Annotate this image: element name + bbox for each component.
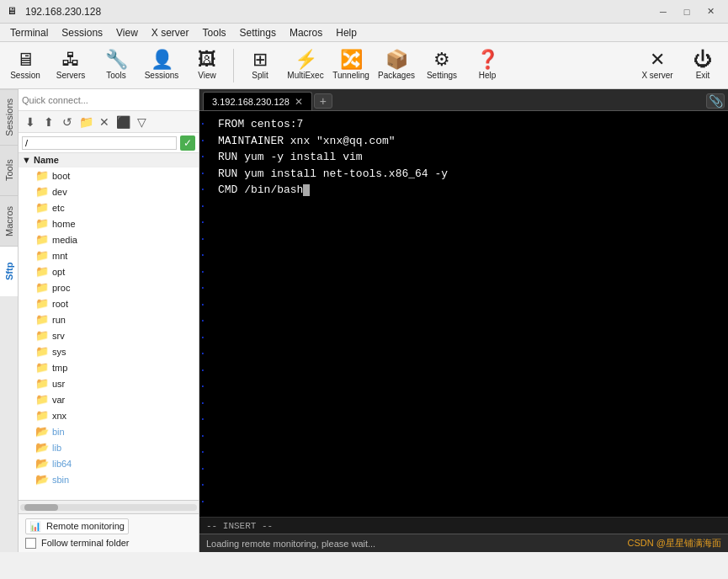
toolbar-settings-button[interactable]: ⚙ Settings (420, 45, 464, 87)
sftp-download-button[interactable]: ⬇ (22, 114, 39, 130)
sftp-delete-button[interactable]: ✕ (96, 114, 113, 130)
terminal-tab-label: 3.192.168.230.128 (212, 97, 290, 107)
session-label: Session (10, 71, 40, 80)
sftp-newfolder-button[interactable]: 📁 (77, 114, 94, 130)
tree-header: ▼ Name (19, 153, 199, 167)
tree-item[interactable]: 📂lib64 (19, 455, 199, 471)
sessions-label: Sessions (145, 71, 179, 80)
toolbar-help-button[interactable]: ❓ Help (465, 45, 509, 87)
sidebar-item-macros[interactable]: Macros (0, 195, 18, 246)
menu-xserver[interactable]: X server (145, 24, 196, 42)
xserver-icon: ✕ (650, 50, 665, 69)
main-layout: Sessions Tools Macros Sftp ⬇ ⬆ ↺ 📁 ✕ ⬛ ▽… (0, 89, 728, 552)
toolbar-multiexec-button[interactable]: ⚡ MultiExec (284, 45, 327, 87)
sftp-path-ok-button[interactable]: ✓ (180, 135, 195, 151)
tunneling-icon: 🔀 (340, 50, 363, 69)
menu-view[interactable]: View (109, 24, 145, 42)
terminal-cursor (303, 184, 310, 196)
xserver-label: X server (641, 71, 672, 80)
tree-item[interactable]: 📁opt (19, 263, 199, 279)
toolbar-exit-button[interactable]: ⏻ Exit (681, 45, 725, 87)
window-title: 192.168.230.128 (25, 6, 652, 18)
tree-item[interactable]: 📁home (19, 215, 199, 231)
terminal-line-2: MAINTAINER xnx "xnx@qq.com" (218, 133, 721, 150)
toolbar-right: ✕ X server ⏻ Exit (635, 45, 725, 87)
tree-item[interactable]: 📂bin (19, 423, 199, 439)
tree-item[interactable]: 📂sbin (19, 471, 199, 487)
tree-item[interactable]: 📁tmp (19, 359, 199, 375)
sftp-refresh-button[interactable]: ↺ (59, 114, 76, 130)
multiexec-label: MultiExec (287, 71, 323, 80)
tree-item[interactable]: 📁var (19, 391, 199, 407)
tree-item[interactable]: 📁media (19, 231, 199, 247)
toolbar-packages-button[interactable]: 📦 Packages (375, 45, 418, 87)
toolbar-tunneling-button[interactable]: 🔀 Tunneling (329, 45, 373, 87)
sidebar-item-sftp[interactable]: Sftp (0, 246, 18, 296)
toolbar-tools-button[interactable]: 🔧 Tools (94, 45, 138, 87)
terminal-mode-indicator: -- INSERT -- (206, 521, 273, 531)
minimize-button[interactable]: ─ (652, 3, 674, 20)
tree-item[interactable]: 📁xnx (19, 407, 199, 423)
sidebar-item-tools[interactable]: Tools (0, 145, 18, 195)
toolbar-view-button[interactable]: 🖼 View (185, 45, 229, 87)
follow-terminal-checkbox[interactable] (25, 538, 36, 549)
menu-macros[interactable]: Macros (283, 24, 329, 42)
split-icon: ⊞ (252, 50, 268, 69)
tree-item[interactable]: 📂lib (19, 439, 199, 455)
terminal-left-dashes: · · · · · · · · · · · · · · · · · · · · (199, 111, 206, 517)
loading-status-text: Loading remote monitoring, please wait..… (206, 539, 628, 549)
menu-settings[interactable]: Settings (233, 24, 283, 42)
tree-item[interactable]: 📁sys (19, 343, 199, 359)
tree-item[interactable]: 📁root (19, 295, 199, 311)
add-tab-button[interactable]: + (314, 93, 332, 109)
chart-icon: 📊 (29, 521, 41, 532)
clip-button[interactable]: 📎 (706, 93, 725, 109)
toolbar-session-button[interactable]: 🖥 Session (3, 45, 47, 87)
sessions-icon: 👤 (151, 50, 173, 69)
toolbar-sessions-button[interactable]: 👤 Sessions (140, 45, 183, 87)
sftp-stop-button[interactable]: ⬛ (114, 114, 131, 130)
sftp-filter-button[interactable]: ▽ (133, 114, 150, 130)
packages-label: Packages (378, 71, 415, 80)
tree-item[interactable]: 📁usr (19, 375, 199, 391)
sftp-upload-button[interactable]: ⬆ (40, 114, 57, 130)
sftp-toolbar: ⬇ ⬆ ↺ 📁 ✕ ⬛ ▽ (19, 111, 199, 133)
menu-tools[interactable]: Tools (196, 24, 233, 42)
sftp-file-tree: ▼ Name 📁boot📁dev📁etc📁home📁media📁mnt📁opt📁… (19, 153, 199, 500)
tree-item[interactable]: 📁boot (19, 167, 199, 183)
maximize-button[interactable]: □ (676, 3, 698, 20)
close-button[interactable]: ✕ (699, 3, 721, 20)
settings-label: Settings (427, 71, 457, 80)
terminal-lines: FROM centos:7 MAINTAINER xnx "xnx@qq.com… (218, 116, 721, 199)
quick-connect-input[interactable] (22, 95, 195, 105)
settings-icon: ⚙ (433, 50, 450, 69)
menu-help[interactable]: Help (329, 24, 364, 42)
toolbar-servers-button[interactable]: 🖧 Servers (49, 45, 93, 87)
remote-monitoring-button[interactable]: 📊 Remote monitoring (25, 518, 129, 534)
tree-item[interactable]: 📁run (19, 311, 199, 327)
follow-terminal-label: Follow terminal folder (41, 538, 130, 548)
tunneling-label: Tunneling (332, 71, 369, 80)
menu-terminal[interactable]: Terminal (3, 24, 55, 42)
menu-sessions[interactable]: Sessions (55, 24, 109, 42)
sidebar-item-sessions[interactable]: Sessions (0, 89, 18, 145)
tree-header-label: Name (34, 155, 59, 165)
terminal-tab-active[interactable]: 3.192.168.230.128 ✕ (203, 92, 312, 110)
sftp-horizontal-scrollbar[interactable] (19, 500, 199, 513)
terminal-bottom-bar: Loading remote monitoring, please wait..… (199, 534, 728, 552)
toolbar-split-button[interactable]: ⊞ Split (238, 45, 282, 87)
sftp-path-input[interactable] (22, 136, 177, 150)
exit-label: Exit (696, 71, 710, 80)
tree-item[interactable]: 📁mnt (19, 247, 199, 263)
sftp-hscroll-inner (20, 504, 197, 511)
terminal-tabs-bar: 3.192.168.230.128 ✕ + 📎 (199, 89, 728, 111)
tree-item[interactable]: 📁dev (19, 183, 199, 199)
terminal-content[interactable]: · · · · · · · · · · · · · · · · · · · · (199, 111, 728, 517)
tree-item[interactable]: 📁srv (19, 327, 199, 343)
tree-item[interactable]: 📁etc (19, 199, 199, 215)
terminal-line-4: RUN yum install net-tools.x86_64 -y (218, 166, 721, 183)
tree-items-container: 📁boot📁dev📁etc📁home📁media📁mnt📁opt📁proc📁ro… (19, 167, 199, 487)
terminal-tab-close-button[interactable]: ✕ (295, 96, 303, 108)
tree-item[interactable]: 📁proc (19, 279, 199, 295)
toolbar-xserver-button[interactable]: ✕ X server (635, 45, 679, 87)
